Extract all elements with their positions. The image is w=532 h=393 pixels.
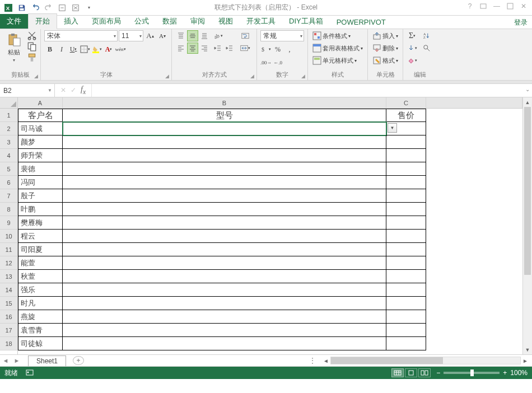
cell[interactable] xyxy=(63,270,386,283)
cell[interactable] xyxy=(63,243,386,256)
tab-home[interactable]: 开始 xyxy=(28,13,57,29)
cell[interactable]: 司马诚 xyxy=(18,122,63,135)
cell[interactable] xyxy=(386,216,426,230)
cell[interactable]: 冯同 xyxy=(18,176,63,189)
cell[interactable] xyxy=(386,189,426,203)
row-header[interactable]: 7 xyxy=(0,189,17,203)
tab-file[interactable]: 文件 xyxy=(0,14,28,29)
cell[interactable]: 袁雪青 xyxy=(18,324,63,337)
cell[interactable] xyxy=(63,283,386,297)
row-header[interactable]: 15 xyxy=(0,297,17,310)
border-button[interactable]: ▾ xyxy=(80,44,91,55)
cell[interactable] xyxy=(63,216,386,230)
undo-icon[interactable] xyxy=(29,2,41,14)
merge-center-icon[interactable]: ▾ xyxy=(237,43,253,54)
cell[interactable] xyxy=(63,162,386,176)
select-all-button[interactable] xyxy=(0,97,17,109)
cell-style-button[interactable]: 单元格样式 ▾ xyxy=(311,55,364,66)
font-color-button[interactable]: A▾ xyxy=(103,44,114,55)
cell[interactable] xyxy=(386,310,426,324)
wrap-text-icon[interactable] xyxy=(237,30,253,41)
qat-btn-1[interactable] xyxy=(56,2,68,14)
tab-view[interactable]: 视图 xyxy=(212,14,240,29)
format-cells-button[interactable]: 格式 ▾ xyxy=(371,55,399,66)
horizontal-scrollbar[interactable]: ⋮ ◄ ► xyxy=(84,357,532,364)
row-header[interactable]: 12 xyxy=(0,256,17,270)
decrease-decimal-icon[interactable]: ←.0 xyxy=(272,57,283,68)
increase-font-icon[interactable]: A▴ xyxy=(144,30,156,41)
scroll-down-icon[interactable]: ▼ xyxy=(523,345,532,354)
font-name-combo[interactable]: 宋体▾ xyxy=(44,30,118,41)
cell[interactable]: 秋萱 xyxy=(18,270,63,283)
align-middle-icon[interactable] xyxy=(187,30,198,41)
save-icon[interactable] xyxy=(16,2,28,14)
row-header[interactable]: 17 xyxy=(0,324,17,337)
qat-btn-2[interactable] xyxy=(69,2,82,14)
cell[interactable] xyxy=(386,230,426,243)
cell[interactable]: 强乐 xyxy=(18,283,63,297)
phonetic-button[interactable]: wén▾ xyxy=(115,44,126,55)
cell[interactable] xyxy=(386,324,426,337)
tab-diy[interactable]: DIY工具箱 xyxy=(282,14,330,29)
cell[interactable]: 能萱 xyxy=(18,256,63,270)
cell[interactable] xyxy=(63,135,386,149)
percent-format-icon[interactable]: % xyxy=(272,44,283,55)
align-bottom-icon[interactable] xyxy=(199,30,210,41)
cut-icon[interactable] xyxy=(27,30,37,40)
row-header[interactable]: 14 xyxy=(0,283,17,297)
row-header[interactable]: 1 xyxy=(0,109,17,122)
maximize-icon[interactable] xyxy=(504,0,516,12)
fx-icon[interactable]: fx xyxy=(81,85,86,96)
increase-decimal-icon[interactable]: .00→ xyxy=(260,57,272,68)
cell[interactable]: 司徒鲸 xyxy=(18,337,63,350)
cell[interactable]: 程云 xyxy=(18,230,63,243)
autosum-icon[interactable]: Σ▾ xyxy=(407,30,418,41)
new-sheet-button[interactable]: + xyxy=(73,356,84,365)
cell[interactable] xyxy=(386,149,426,162)
hscroll-left-icon[interactable]: ◄ xyxy=(321,358,330,364)
number-format-combo[interactable]: 常规▾ xyxy=(260,30,304,41)
sheet-nav-next-icon[interactable]: ► xyxy=(11,357,22,364)
row-header[interactable]: 9 xyxy=(0,216,17,230)
conditional-format-button[interactable]: 条件格式 ▾ xyxy=(311,30,364,41)
tab-review[interactable]: 审阅 xyxy=(184,14,212,29)
bold-button[interactable]: B xyxy=(44,44,55,55)
delete-cells-button[interactable]: 删除 ▾ xyxy=(371,43,399,54)
zoom-slider[interactable] xyxy=(444,372,500,374)
number-launcher-icon[interactable]: ◢ xyxy=(301,73,305,79)
cell[interactable] xyxy=(63,324,386,337)
minimize-icon[interactable]: — xyxy=(491,0,503,12)
cell[interactable]: 客户名 xyxy=(18,109,63,122)
cell[interactable]: 型号 xyxy=(63,109,386,122)
col-header-c[interactable]: C xyxy=(386,97,426,108)
orientation-icon[interactable]: ab▾ xyxy=(212,30,223,41)
row-header[interactable]: 4 xyxy=(0,149,17,162)
row-header[interactable]: 18 xyxy=(0,337,17,350)
row-header[interactable]: 3 xyxy=(0,135,17,149)
enter-formula-icon[interactable]: ✓ xyxy=(71,86,76,94)
cell[interactable] xyxy=(386,176,426,189)
close-icon[interactable]: ✕ xyxy=(517,0,530,12)
align-right-icon[interactable] xyxy=(199,43,210,54)
name-box[interactable]: B2▼ xyxy=(0,84,55,97)
cell[interactable] xyxy=(63,337,386,350)
font-size-combo[interactable]: 11▾ xyxy=(119,30,143,41)
paste-button[interactable]: 粘贴 ▾ xyxy=(3,30,25,63)
cell[interactable] xyxy=(386,337,426,350)
cell[interactable] xyxy=(386,135,426,149)
cell[interactable] xyxy=(386,203,426,216)
tab-developer[interactable]: 开发工具 xyxy=(240,14,282,29)
tab-data[interactable]: 数据 xyxy=(156,14,184,29)
vscroll-thumb[interactable] xyxy=(524,107,531,275)
cell[interactable] xyxy=(63,256,386,270)
cell[interactable] xyxy=(386,243,426,256)
cell[interactable] xyxy=(386,297,426,310)
view-pagelayout-icon[interactable] xyxy=(405,368,417,377)
tab-formulas[interactable]: 公式 xyxy=(128,14,156,29)
cell[interactable] xyxy=(63,149,386,162)
increase-indent-icon[interactable] xyxy=(224,43,235,54)
ribbon-display-icon[interactable] xyxy=(477,0,489,12)
zoom-level[interactable]: 100% xyxy=(510,369,528,377)
dropdown-button[interactable]: ▼ xyxy=(388,123,397,133)
cell[interactable]: 裴德 xyxy=(18,162,63,176)
